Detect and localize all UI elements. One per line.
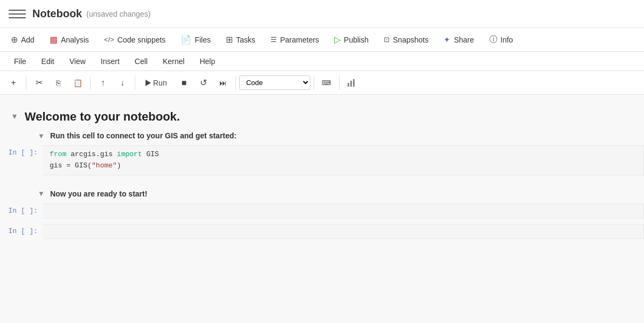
toolbar-separator-3 [135, 76, 135, 90]
parameters-icon: ☰ [271, 36, 277, 44]
class-name: GIS [146, 150, 158, 158]
sub-collapse-arrow-1[interactable]: ▼ [38, 132, 45, 140]
collapse-arrow-1[interactable]: ▼ [11, 112, 18, 121]
keyword-import: import [117, 150, 142, 158]
module-name: arcgis.gis [71, 150, 117, 158]
cell-label-3: In [ ]: [0, 224, 43, 235]
share-button[interactable]: ✦ Share [437, 32, 480, 48]
svg-rect-0 [348, 83, 349, 87]
add-cell-button[interactable]: + [4, 74, 23, 92]
code-snippets-button[interactable]: </> Code snippets [98, 32, 172, 47]
cell-label-2-text: In [ ]: [8, 207, 38, 215]
code-line-2: gis = GIS("home") [50, 160, 637, 172]
analysis-button[interactable]: ▩ Analysis [43, 31, 95, 48]
code-cell-1: In [ ]: from arcgis.gis import GIS gis =… [0, 145, 644, 175]
parameters-label: Parameters [280, 36, 319, 44]
publish-button[interactable]: ▷ Publish [328, 31, 375, 48]
cell-content-2[interactable] [43, 203, 644, 219]
svg-rect-2 [353, 79, 355, 87]
menu-file[interactable]: File [6, 55, 34, 68]
notebook-title: Notebook [32, 8, 82, 20]
add-icon: ⊕ [11, 34, 18, 45]
info-button[interactable]: ⓘ Info [483, 31, 520, 48]
fast-forward-button[interactable]: ⏭ [214, 74, 232, 92]
top-bar: Notebook (unsaved changes) [0, 0, 644, 28]
run-label: Run [153, 79, 167, 87]
toolbar-separator-2 [90, 76, 91, 90]
files-button[interactable]: 📄 Files [174, 31, 217, 48]
chart-button[interactable] [343, 74, 361, 92]
add-button[interactable]: ⊕ Add [4, 31, 41, 48]
share-label: Share [454, 36, 474, 44]
hamburger-menu[interactable] [9, 5, 26, 23]
menu-help[interactable]: Help [192, 55, 223, 68]
share-icon: ✦ [444, 35, 451, 45]
cell-label-3-text: In [ ]: [8, 227, 38, 235]
op-equals: = [66, 162, 75, 170]
copy-button[interactable]: ⎘ [49, 74, 67, 92]
code-cell-2: In [ ]: [0, 203, 644, 219]
code-snippets-icon: </> [104, 36, 114, 44]
cell-label-1: In [ ]: [0, 145, 43, 157]
sub-heading-1: ▼ Run this cell to connect to your GIS a… [0, 128, 644, 143]
restart-button[interactable]: ↺ [195, 74, 213, 92]
analysis-label: Analysis [61, 36, 89, 44]
toolbar-separator-5 [314, 76, 314, 90]
menu-insert[interactable]: Insert [93, 55, 127, 68]
sub-heading-2-text: Now you are ready to start! [50, 189, 148, 198]
sub-heading-2: ▼ Now you are ready to start! [0, 186, 644, 201]
sub-heading-1-text: Run this cell to connect to your GIS and… [50, 131, 237, 140]
snapshots-icon: ⊡ [384, 36, 390, 44]
tasks-icon: ⊞ [226, 34, 233, 45]
tasks-label: Tasks [236, 36, 255, 44]
publish-icon: ▷ [334, 34, 341, 45]
publish-label: Publish [344, 36, 369, 44]
code-cell-3: In [ ]: [0, 224, 644, 239]
info-icon: ⓘ [489, 34, 497, 45]
chart-icon [347, 79, 357, 87]
menu-bar: File Edit View Insert Cell Kernel Help [0, 52, 644, 71]
str-home: "home" [92, 162, 117, 170]
toolbar-nav: ⊕ Add ▩ Analysis </> Code snippets 📄 Fil… [0, 28, 644, 52]
files-label: Files [195, 36, 211, 44]
parameters-button[interactable]: ☰ Parameters [264, 32, 326, 47]
menu-edit[interactable]: Edit [34, 55, 62, 68]
toolbar-separator-1 [26, 76, 26, 90]
move-down-button[interactable]: ↓ [113, 74, 131, 92]
keyword-from: from [50, 150, 66, 158]
func-gis: GIS( [75, 162, 92, 170]
paste-button[interactable]: 📋 [68, 74, 87, 92]
menu-view[interactable]: View [62, 55, 93, 68]
snapshots-label: Snapshots [393, 36, 428, 44]
svg-rect-1 [350, 81, 352, 87]
analysis-icon: ▩ [50, 34, 58, 45]
run-button[interactable]: Run [139, 76, 174, 90]
code-snippets-label: Code snippets [117, 36, 166, 44]
unsaved-changes-label: (unsaved changes) [86, 10, 150, 18]
var-gis: gis [50, 162, 66, 170]
info-label: Info [501, 36, 513, 44]
sub-collapse-arrow-2[interactable]: ▼ [38, 189, 45, 198]
code-line-1: from arcgis.gis import GIS [50, 149, 637, 160]
tasks-button[interactable]: ⊞ Tasks [219, 31, 262, 48]
add-label: Add [21, 36, 34, 44]
stop-button[interactable]: ■ [175, 74, 193, 92]
cell-content-3[interactable] [43, 224, 644, 239]
cut-button[interactable]: ✂ [30, 74, 48, 92]
notebook-content: ▼ Welcome to your notebook. ▼ Run this c… [0, 95, 644, 323]
notebook-toolbar: + ✂ ⎘ 📋 ↑ ↓ Run ■ ↺ ⏭ Code Markdown Raw … [0, 71, 644, 95]
snapshots-button[interactable]: ⊡ Snapshots [377, 32, 435, 47]
section-heading-1: ▼ Welcome to your notebook. [0, 106, 644, 128]
cell-content-1[interactable]: from arcgis.gis import GIS gis = GIS("ho… [43, 145, 644, 175]
menu-cell[interactable]: Cell [127, 55, 155, 68]
toolbar-separator-4 [236, 76, 236, 90]
keyboard-shortcuts-button[interactable]: ⌨ [317, 74, 336, 92]
cell-label-1-text: In [ ]: [8, 149, 38, 157]
func-gis-close: ) [117, 162, 121, 170]
toolbar-separator-6 [339, 76, 340, 90]
run-triangle-icon [146, 80, 151, 86]
move-up-button[interactable]: ↑ [94, 74, 112, 92]
heading-1-text: Welcome to your notebook. [25, 110, 180, 124]
cell-type-select[interactable]: Code Markdown Raw NBConvert [239, 75, 310, 90]
menu-kernel[interactable]: Kernel [155, 55, 192, 68]
